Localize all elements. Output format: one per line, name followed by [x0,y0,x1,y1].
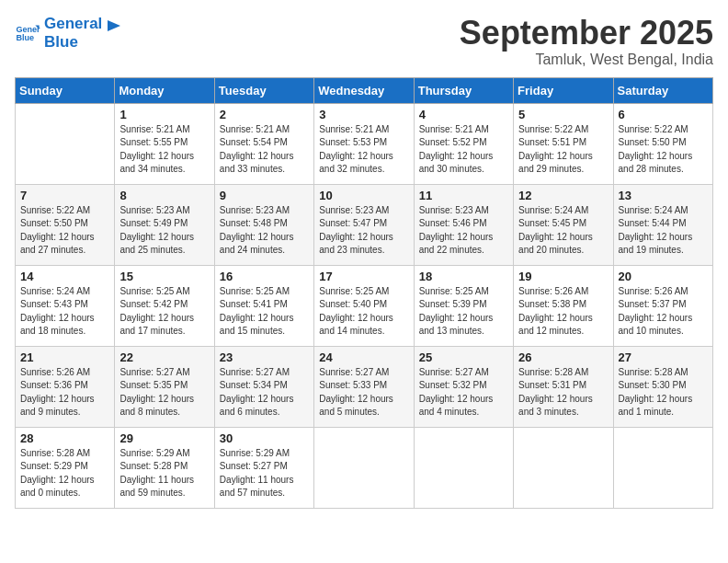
day-number: 7 [20,189,109,202]
week-row-4: 28Sunrise: 5:28 AMSunset: 5:29 PMDayligh… [16,427,713,508]
day-number: 18 [419,270,508,283]
day-number: 24 [319,350,408,364]
header-monday: Monday [115,77,214,103]
day-number: 17 [319,270,408,283]
day-info: Sunrise: 5:28 AMSunset: 5:31 PMDaylight:… [518,366,608,419]
day-info: Sunrise: 5:24 AMSunset: 5:45 PMDaylight:… [518,204,608,258]
day-cell: 30Sunrise: 5:29 AMSunset: 5:27 PMDayligh… [214,427,313,508]
logo-icon: General Blue [15,20,40,46]
day-number: 13 [619,189,708,202]
day-info: Sunrise: 5:26 AMSunset: 5:37 PMDaylight:… [619,285,708,339]
day-number: 15 [119,270,209,283]
day-info: Sunrise: 5:23 AMSunset: 5:47 PMDaylight:… [319,204,408,258]
day-info: Sunrise: 5:23 AMSunset: 5:46 PMDaylight:… [419,204,508,258]
day-cell: 22Sunrise: 5:27 AMSunset: 5:35 PMDayligh… [115,346,214,427]
day-number: 9 [220,189,309,202]
title-block: September 2025 Tamluk, West Bengal, Indi… [460,15,713,68]
week-row-1: 7Sunrise: 5:22 AMSunset: 5:50 PMDaylight… [16,184,713,265]
day-info: Sunrise: 5:26 AMSunset: 5:36 PMDaylight:… [20,366,109,419]
day-cell: 6Sunrise: 5:22 AMSunset: 5:50 PMDaylight… [613,103,712,184]
day-info: Sunrise: 5:22 AMSunset: 5:51 PMDaylight:… [518,123,608,177]
page-header: General Blue General Blue September 2025… [15,15,713,68]
day-cell: 27Sunrise: 5:28 AMSunset: 5:30 PMDayligh… [613,346,712,427]
calendar-header-row: SundayMondayTuesdayWednesdayThursdayFrid… [16,77,713,103]
day-info: Sunrise: 5:23 AMSunset: 5:48 PMDaylight:… [220,204,309,258]
week-row-0: 1Sunrise: 5:21 AMSunset: 5:55 PMDaylight… [16,103,713,184]
day-number: 6 [619,108,708,121]
day-info: Sunrise: 5:24 AMSunset: 5:43 PMDaylight:… [20,285,109,339]
month-title: September 2025 [460,15,713,52]
day-cell [16,103,115,184]
day-cell: 9Sunrise: 5:23 AMSunset: 5:48 PMDaylight… [214,184,313,265]
day-number: 25 [419,350,508,364]
logo: General Blue General Blue [15,15,124,52]
day-cell: 21Sunrise: 5:26 AMSunset: 5:36 PMDayligh… [16,346,115,427]
day-number: 4 [419,108,508,121]
logo-flag-icon [104,18,124,39]
day-info: Sunrise: 5:25 AMSunset: 5:40 PMDaylight:… [319,285,408,339]
day-cell: 3Sunrise: 5:21 AMSunset: 5:53 PMDaylight… [314,103,414,184]
day-number: 21 [20,350,109,364]
location-title: Tamluk, West Bengal, India [460,52,713,68]
header-friday: Friday [514,77,613,103]
day-number: 11 [419,189,508,202]
week-row-2: 14Sunrise: 5:24 AMSunset: 5:43 PMDayligh… [16,265,713,346]
day-cell: 15Sunrise: 5:25 AMSunset: 5:42 PMDayligh… [115,265,214,346]
day-info: Sunrise: 5:29 AMSunset: 5:27 PMDaylight:… [220,447,309,500]
day-number: 27 [619,350,708,364]
logo-blue: Blue [44,33,102,52]
day-number: 22 [119,350,209,364]
header-sunday: Sunday [16,77,115,103]
day-info: Sunrise: 5:24 AMSunset: 5:44 PMDaylight:… [619,204,708,258]
day-info: Sunrise: 5:27 AMSunset: 5:33 PMDaylight:… [319,366,408,419]
day-number: 2 [220,108,309,121]
day-info: Sunrise: 5:21 AMSunset: 5:54 PMDaylight:… [220,123,309,177]
day-number: 26 [518,350,608,364]
day-number: 29 [119,431,209,445]
day-number: 20 [619,270,708,283]
day-number: 16 [220,270,309,283]
day-cell [314,427,414,508]
day-number: 3 [319,108,408,121]
day-cell [414,427,513,508]
calendar-table: SundayMondayTuesdayWednesdayThursdayFrid… [15,77,713,509]
day-cell: 5Sunrise: 5:22 AMSunset: 5:51 PMDaylight… [514,103,613,184]
header-saturday: Saturday [613,77,712,103]
week-row-3: 21Sunrise: 5:26 AMSunset: 5:36 PMDayligh… [16,346,713,427]
logo-general: General [44,15,102,33]
day-info: Sunrise: 5:25 AMSunset: 5:39 PMDaylight:… [419,285,508,339]
day-info: Sunrise: 5:26 AMSunset: 5:38 PMDaylight:… [518,285,608,339]
day-cell: 20Sunrise: 5:26 AMSunset: 5:37 PMDayligh… [613,265,712,346]
day-cell: 8Sunrise: 5:23 AMSunset: 5:49 PMDaylight… [115,184,214,265]
day-cell: 2Sunrise: 5:21 AMSunset: 5:54 PMDaylight… [214,103,313,184]
day-info: Sunrise: 5:28 AMSunset: 5:30 PMDaylight:… [619,366,708,419]
day-info: Sunrise: 5:21 AMSunset: 5:55 PMDaylight:… [119,123,209,177]
day-cell: 14Sunrise: 5:24 AMSunset: 5:43 PMDayligh… [16,265,115,346]
day-cell: 12Sunrise: 5:24 AMSunset: 5:45 PMDayligh… [514,184,613,265]
day-number: 5 [518,108,608,121]
header-thursday: Thursday [414,77,513,103]
day-cell: 18Sunrise: 5:25 AMSunset: 5:39 PMDayligh… [414,265,513,346]
calendar-body: 1Sunrise: 5:21 AMSunset: 5:55 PMDaylight… [16,103,713,508]
day-number: 19 [518,270,608,283]
day-cell [613,427,712,508]
day-cell: 13Sunrise: 5:24 AMSunset: 5:44 PMDayligh… [613,184,712,265]
header-wednesday: Wednesday [314,77,414,103]
day-info: Sunrise: 5:25 AMSunset: 5:41 PMDaylight:… [220,285,309,339]
day-number: 14 [20,270,109,283]
day-cell: 29Sunrise: 5:29 AMSunset: 5:28 PMDayligh… [115,427,214,508]
day-cell: 7Sunrise: 5:22 AMSunset: 5:50 PMDaylight… [16,184,115,265]
day-cell: 11Sunrise: 5:23 AMSunset: 5:46 PMDayligh… [414,184,513,265]
day-info: Sunrise: 5:25 AMSunset: 5:42 PMDaylight:… [119,285,209,339]
day-cell: 19Sunrise: 5:26 AMSunset: 5:38 PMDayligh… [514,265,613,346]
day-cell: 24Sunrise: 5:27 AMSunset: 5:33 PMDayligh… [314,346,414,427]
day-cell: 1Sunrise: 5:21 AMSunset: 5:55 PMDaylight… [115,103,214,184]
day-info: Sunrise: 5:22 AMSunset: 5:50 PMDaylight:… [20,204,109,258]
day-info: Sunrise: 5:22 AMSunset: 5:50 PMDaylight:… [619,123,708,177]
day-cell: 4Sunrise: 5:21 AMSunset: 5:52 PMDaylight… [414,103,513,184]
day-cell: 25Sunrise: 5:27 AMSunset: 5:32 PMDayligh… [414,346,513,427]
day-info: Sunrise: 5:21 AMSunset: 5:52 PMDaylight:… [419,123,508,177]
day-info: Sunrise: 5:27 AMSunset: 5:32 PMDaylight:… [419,366,508,419]
day-number: 8 [119,189,209,202]
day-number: 23 [220,350,309,364]
